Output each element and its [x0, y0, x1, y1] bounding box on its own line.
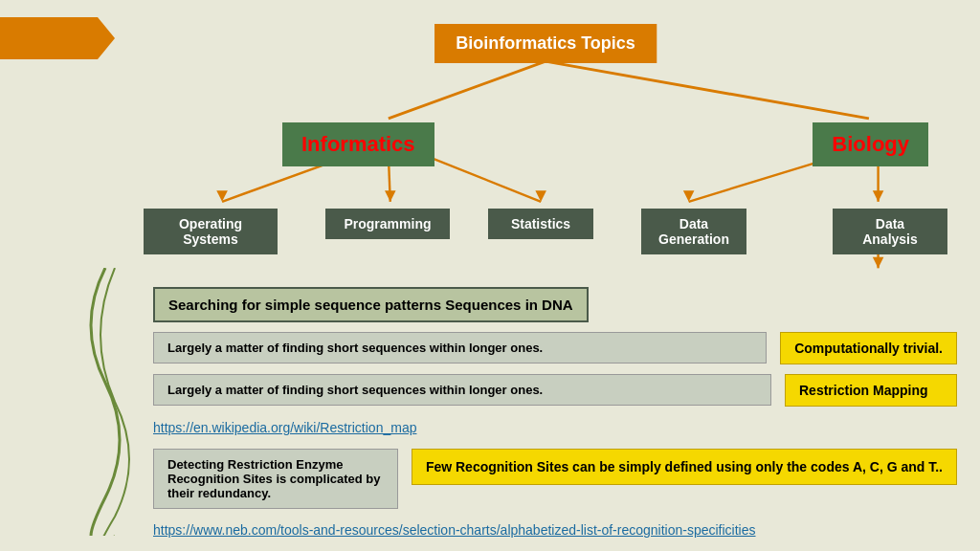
row2-gray-box: Largely a matter of finding short sequen…: [153, 374, 771, 406]
row2: Largely a matter of finding short sequen…: [153, 374, 957, 407]
row3-container: Detecting Restriction Enzyme Recognition…: [153, 449, 957, 541]
svg-marker-7: [535, 190, 546, 202]
svg-line-1: [546, 61, 869, 119]
data-analysis-node: DataAnalysis: [833, 209, 947, 254]
top-left-arrow-decoration: [0, 17, 115, 59]
left-decoration-svg: [67, 268, 144, 536]
row2-link[interactable]: https://en.wikipedia.org/wiki/Restrictio…: [153, 416, 957, 439]
tree-area: Bioinformatics Topics Informatics Biolog…: [134, 10, 957, 277]
os-label: Operating Systems: [179, 216, 242, 247]
row1-gray-text: Largely a matter of finding short sequen…: [167, 341, 543, 355]
row3-yellow-box: Few Recognition Sites can be simply defi…: [412, 449, 957, 485]
informatics-node: Informatics: [282, 122, 434, 166]
root-node: Bioinformatics Topics: [434, 24, 657, 63]
svg-marker-9: [683, 190, 695, 202]
row1: Largely a matter of finding short sequen…: [153, 332, 957, 364]
svg-marker-11: [873, 190, 884, 202]
biology-label: Biology: [832, 132, 909, 156]
svg-marker-13: [873, 257, 884, 269]
row3: Detecting Restriction Enzyme Recognition…: [153, 449, 957, 509]
informatics-label: Informatics: [301, 132, 415, 156]
svg-line-6: [425, 156, 541, 202]
row2-yellow-box: Restriction Mapping: [785, 374, 957, 407]
section-title: Searching for simple sequence patterns S…: [153, 287, 589, 322]
biology-node: Biology: [813, 122, 928, 166]
main-content: Bioinformatics Topics Informatics Biolog…: [0, 0, 980, 551]
os-node: Operating Systems: [144, 209, 278, 254]
programming-node: Programming: [325, 209, 450, 239]
bottom-area: Searching for simple sequence patterns S…: [153, 287, 957, 551]
data-generation-node: DataGeneration: [641, 209, 746, 254]
row2-container: Largely a matter of finding short sequen…: [153, 374, 957, 439]
svg-marker-5: [385, 190, 396, 202]
statistics-label: Statistics: [511, 216, 570, 231]
row3-gray-box: Detecting Restriction Enzyme Recognition…: [153, 449, 398, 509]
svg-line-0: [389, 61, 546, 119]
section-title-text: Searching for simple sequence patterns S…: [168, 297, 573, 313]
svg-marker-3: [216, 190, 228, 202]
row1-yellow-box: Computationally trivial.: [780, 332, 957, 364]
row2-yellow-text: Restriction Mapping: [799, 383, 928, 398]
row1-yellow-text: Computationally trivial.: [794, 341, 943, 356]
row3-yellow-text: Few Recognition Sites can be simply defi…: [426, 459, 943, 474]
programming-label: Programming: [344, 216, 431, 231]
row3-link[interactable]: https://www.neb.com/tools-and-resources/…: [153, 518, 957, 541]
row3-gray-text: Detecting Restriction Enzyme Recognition…: [167, 457, 381, 500]
statistics-node: Statistics: [488, 209, 593, 239]
root-label: Bioinformatics Topics: [456, 33, 635, 53]
row2-gray-text: Largely a matter of finding short sequen…: [167, 383, 543, 397]
row1-gray-box: Largely a matter of finding short sequen…: [153, 332, 767, 364]
